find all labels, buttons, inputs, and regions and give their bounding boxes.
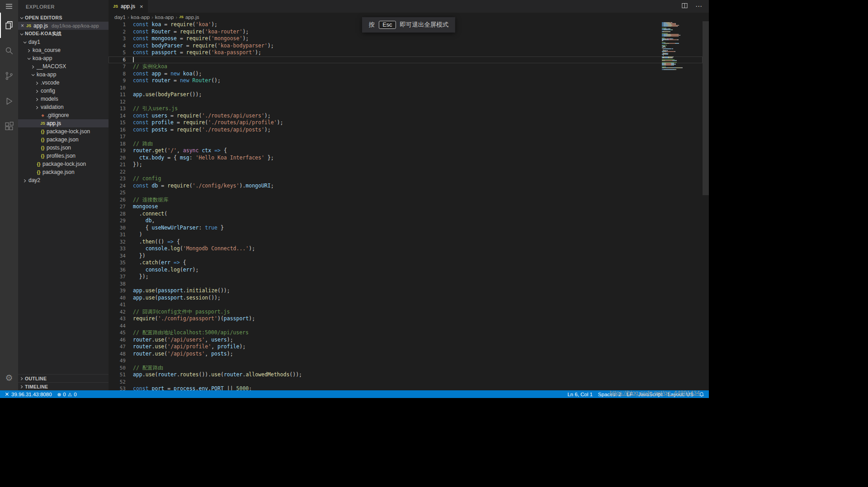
code-line[interactable]: 46router.use('/api/users', users); — [108, 337, 703, 344]
tree-file-app.js[interactable]: JSapp.js — [18, 119, 108, 127]
code-line[interactable]: 45// 配置路由地址localhost:5000/api/users — [108, 329, 703, 337]
tree-folder-koa-app[interactable]: koa-app — [18, 54, 108, 62]
code-line[interactable]: 52 — [108, 379, 703, 386]
tree-folder-validation[interactable]: validation — [18, 103, 108, 111]
code-line[interactable]: 30 { useNewUrlParser: true } — [108, 225, 703, 232]
remote-indicator[interactable]: 39.96.31.43:8080 — [2, 390, 55, 398]
code-line[interactable]: 8const app = new koa(); — [108, 70, 703, 78]
code-line[interactable]: 7// 实例化koa — [108, 63, 703, 70]
code-line[interactable]: 22 — [108, 169, 703, 176]
problems-indicator[interactable]: ⊗ 0 ⚠ 0 — [55, 390, 80, 398]
code-line[interactable]: 9const router = new Router(); — [108, 77, 703, 84]
code-line[interactable]: 38 — [108, 281, 703, 288]
tree-folder-__MACOSX[interactable]: __MACOSX — [18, 62, 108, 70]
code-line[interactable]: 50// 配置路由 — [108, 365, 703, 372]
code-line[interactable]: 5const passport = require('koa-passport'… — [108, 49, 703, 56]
code-line[interactable]: 47router.use('/api/profile', profile); — [108, 343, 703, 351]
code-line[interactable]: 48router.use('/api/posts', posts); — [108, 351, 703, 358]
tree-file-package-lock.json[interactable]: {}package-lock.json — [18, 127, 108, 136]
code-line[interactable]: 37 }); — [108, 273, 703, 281]
code-line[interactable]: 20 ctx.body = { msg: 'Hello Koa Interfac… — [108, 155, 703, 162]
code-line[interactable]: 43require('./config/passport')(passport)… — [108, 315, 703, 323]
settings-gear-icon[interactable]: ⚙ — [0, 365, 18, 390]
breadcrumb-item[interactable]: koa-app — [131, 14, 150, 20]
code-line[interactable]: 17 — [108, 133, 703, 140]
split-editor-icon[interactable] — [681, 2, 688, 11]
source-control-icon[interactable] — [0, 63, 18, 89]
run-debug-icon[interactable] — [0, 89, 18, 114]
code-line[interactable]: 36 console.log(err); — [108, 267, 703, 274]
tree-folder-config[interactable]: config — [18, 87, 108, 95]
code-line[interactable]: 13// 引入users.js — [108, 105, 703, 112]
breadcrumb-item[interactable]: day1 — [114, 14, 126, 20]
code-line[interactable]: 42// 回调到config文件中 passport.js — [108, 309, 703, 316]
menu-hamburger-icon[interactable] — [0, 0, 18, 13]
tab-close-icon[interactable]: × — [140, 3, 143, 10]
tree-file-package.json[interactable]: {}package.json — [18, 136, 108, 144]
tree-folder-koa-app[interactable]: koa-app — [18, 70, 108, 79]
tree-folder-day2[interactable]: day2 — [18, 176, 108, 184]
code-line[interactable]: 11app.use(bodyParser()); — [108, 91, 703, 98]
code-editor[interactable]: 1const koa = require('koa');2const Route… — [108, 21, 709, 390]
extensions-icon[interactable] — [0, 114, 18, 139]
code-line[interactable]: 51app.use(router.routes()).use(router.al… — [108, 371, 703, 379]
close-icon[interactable]: × — [21, 23, 24, 28]
code-line[interactable]: 25 — [108, 189, 703, 197]
code-line[interactable]: 6 — [108, 56, 703, 64]
code-line[interactable]: 10 — [108, 84, 703, 92]
more-actions-icon[interactable]: ⋯ — [695, 2, 703, 10]
tree-file-posts.json[interactable]: {}posts.json — [18, 144, 108, 152]
tree-folder-day1[interactable]: day1 — [18, 38, 108, 46]
breadcrumb-item[interactable]: app.js — [185, 14, 199, 20]
minimap[interactable] — [662, 22, 703, 70]
code-line[interactable]: 28 .connect( — [108, 211, 703, 218]
tab-appjs[interactable]: JS app.js × — [108, 0, 148, 13]
search-icon[interactable] — [0, 38, 18, 63]
error-icon: ⊗ — [57, 392, 61, 397]
code-line[interactable]: 35 .catch(err => { — [108, 259, 703, 267]
code-line[interactable]: 32 .then(() => { — [108, 239, 703, 246]
outline-panel-header[interactable]: OUTLINE — [18, 374, 108, 382]
code-line[interactable]: 44 — [108, 323, 703, 330]
code-line[interactable]: 33 console.log('Mongodb Connectd...'); — [108, 245, 703, 253]
tree-file-.gitignore[interactable]: ◆.gitignore — [18, 111, 108, 119]
editor-scrollbar[interactable] — [703, 21, 709, 390]
code-line[interactable]: 31 ) — [108, 231, 703, 239]
code-line[interactable]: 29 db, — [108, 217, 703, 225]
code-line[interactable]: 4const bodyParser = require('koa-bodypar… — [108, 42, 703, 50]
workspace-header[interactable]: NODE-KOA实战 — [18, 30, 108, 38]
code-line[interactable]: 15const profile = require('./routes/api/… — [108, 119, 703, 126]
code-line[interactable]: 19router.get('/', async ctx => { — [108, 147, 703, 155]
code-line[interactable]: 12 — [108, 98, 703, 106]
code-line[interactable]: 23// config — [108, 175, 703, 183]
breadcrumb-item[interactable]: koa-app — [155, 14, 174, 20]
code-line[interactable]: 39app.use(passport.initialize()); — [108, 287, 703, 295]
tree-folder-koa_course[interactable]: koa_course — [18, 46, 108, 54]
line-number: 53 — [108, 385, 126, 390]
timeline-panel-header[interactable]: TIMELINE — [18, 382, 108, 390]
code-line[interactable]: 27mongoose — [108, 203, 703, 211]
tree-file-package.json[interactable]: {}package.json — [18, 168, 108, 176]
code-line[interactable]: 24const db = require('./config/keys').mo… — [108, 183, 703, 190]
code-line[interactable]: 3const mongoose = require('mongoose'); — [108, 35, 703, 42]
tree-file-profiles.json[interactable]: {}profiles.json — [18, 152, 108, 160]
code-line[interactable]: 14const users = require('./routes/api/us… — [108, 112, 703, 120]
code-line[interactable]: 40app.use(passport.session()); — [108, 295, 703, 302]
explorer-icon[interactable] — [0, 13, 18, 38]
tree-file-package-lock.json[interactable]: {}package-lock.json — [18, 160, 108, 168]
code-line[interactable]: 18// 路由 — [108, 140, 703, 148]
scrollbar-thumb[interactable] — [703, 21, 709, 195]
open-editors-header[interactable]: OPEN EDITORS — [18, 14, 108, 22]
code-line[interactable]: 41 — [108, 301, 703, 309]
code-line[interactable]: 34 }) — [108, 253, 703, 260]
code-line[interactable]: 21}); — [108, 161, 703, 169]
code-line[interactable]: 26// 连接数据库 — [108, 197, 703, 204]
open-editor-item-appjs[interactable]: × JS app.js day1/koa-app/koa-app — [18, 22, 108, 30]
cursor-position[interactable]: Ln 6, Col 1 — [565, 392, 595, 397]
code-line[interactable]: 16const posts = require('./routes/api/po… — [108, 126, 703, 134]
tree-folder-models[interactable]: models — [18, 95, 108, 103]
chevron-right-icon — [23, 179, 26, 182]
tree-folder-.vscode[interactable]: .vscode — [18, 79, 108, 87]
code-line[interactable]: 49 — [108, 357, 703, 365]
line-number: 24 — [108, 183, 126, 190]
